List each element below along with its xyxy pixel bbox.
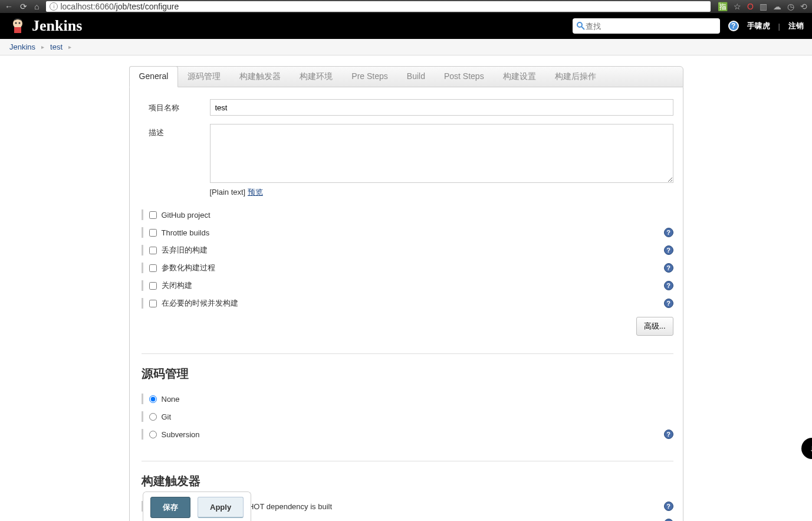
svg-point-2 [15, 22, 17, 24]
svg-rect-1 [14, 27, 21, 33]
help-icon[interactable]: ? [664, 245, 673, 255]
logout-link[interactable]: 注销 [788, 21, 804, 31]
help-icon[interactable]: ? [664, 263, 673, 273]
help-icon[interactable]: ? [664, 430, 673, 439]
option-checkbox[interactable] [149, 247, 157, 254]
jenkins-brand: Jenkins [32, 17, 82, 35]
option-label: 在必要的时候并发构建 [162, 298, 238, 309]
row-bar [142, 245, 143, 255]
bottom-bar: 保存 Apply [131, 493, 812, 521]
option-label: 丢弃旧的构建 [162, 245, 208, 255]
row-bar [142, 227, 143, 238]
project-name-input[interactable] [210, 99, 673, 116]
jenkins-logo[interactable]: Jenkins [8, 17, 82, 35]
apply-button[interactable]: Apply [198, 497, 244, 518]
tab-scm[interactable]: 源码管理 [178, 67, 230, 87]
option-checkbox[interactable] [149, 264, 157, 272]
scm-radio[interactable] [149, 413, 157, 421]
option-checkbox[interactable] [149, 300, 157, 307]
row-bar [142, 263, 143, 273]
row-bar [142, 411, 143, 422]
scroll-top-button[interactable]: ↓ [801, 438, 812, 459]
scm-option-row: Subversion ? [139, 425, 673, 443]
help-icon[interactable]: ? [664, 228, 673, 237]
config-tabs: General 源码管理 构建触发器 构建环境 Pre Steps Build … [129, 66, 683, 87]
home-icon[interactable]: ⌂ [34, 2, 39, 11]
svg-point-3 [19, 22, 21, 24]
row-bar [142, 298, 143, 309]
tab-settings[interactable]: 构建设置 [494, 67, 545, 87]
description-textarea[interactable] [210, 124, 673, 183]
cloud-icon[interactable]: ☁ [773, 2, 781, 11]
tab-build[interactable]: Build [397, 67, 435, 87]
tab-env[interactable]: 构建环境 [290, 67, 342, 87]
help-icon[interactable]: ? [728, 21, 739, 31]
jenkins-mascot-icon [8, 17, 27, 35]
config-panel: 项目名称 描述 [Plain text] 预览 GitHub project T… [129, 87, 683, 521]
sync-icon[interactable]: ⟲ [800, 2, 807, 11]
option-checkbox[interactable] [149, 211, 157, 219]
option-row: 在必要的时候并发构建 ? [139, 294, 673, 312]
scm-radio[interactable] [149, 431, 157, 438]
option-label: 关闭构建 [162, 280, 192, 291]
plaintext-label: [Plain text] [210, 188, 246, 196]
option-row: 丢弃旧的构建 ? [139, 241, 673, 259]
svg-line-5 [581, 27, 584, 30]
option-row: Throttle builds ? [139, 224, 673, 241]
chevron-right-icon: ▸ [41, 44, 44, 50]
breadcrumb: Jenkins ▸ test ▸ [0, 39, 812, 55]
option-row: 参数化构建过程 ? [139, 259, 673, 277]
option-label: 参数化构建过程 [162, 263, 215, 273]
svg-point-4 [577, 22, 582, 27]
jenkins-header: Jenkins ? 手啸虎 | 注销 [0, 13, 812, 39]
advanced-button[interactable]: 高级... [636, 317, 673, 336]
panel-icon[interactable]: ▥ [760, 2, 767, 11]
row-bar [142, 209, 143, 220]
info-icon[interactable]: i [50, 2, 58, 11]
search-input[interactable] [586, 22, 716, 31]
option-row: GitHub project [139, 206, 673, 224]
opera-icon[interactable]: O [747, 2, 754, 11]
scm-label: Git [162, 412, 172, 421]
scm-section-title: 源码管理 [142, 353, 673, 382]
help-icon[interactable]: ? [664, 281, 673, 290]
save-button[interactable]: 保存 [150, 497, 190, 518]
scm-option-row: Git [139, 408, 673, 425]
option-label: Throttle builds [162, 228, 210, 237]
project-name-label: 项目名称 [139, 99, 210, 116]
row-bar [142, 394, 143, 404]
help-icon[interactable]: ? [664, 299, 673, 308]
star-icon[interactable]: ☆ [734, 2, 741, 11]
chevron-right-icon: ▸ [68, 44, 71, 50]
breadcrumb-item[interactable]: test [50, 42, 63, 51]
scm-radio[interactable] [149, 395, 157, 403]
breadcrumb-root[interactable]: Jenkins [9, 42, 35, 51]
address-bar[interactable]: i localhost:6060/job/test/configure [46, 1, 711, 12]
search-box[interactable] [573, 18, 720, 34]
compass-icon[interactable]: ◷ [787, 2, 794, 11]
option-checkbox[interactable] [149, 282, 157, 290]
reload-icon[interactable]: ⟳ [20, 2, 27, 11]
user-link[interactable]: 手啸虎 [747, 21, 770, 31]
scm-label: Subversion [162, 430, 200, 439]
search-icon [576, 21, 586, 31]
tab-post-build[interactable]: 构建后操作 [545, 67, 606, 87]
option-row: 关闭构建 ? [139, 277, 673, 294]
option-label: GitHub project [162, 211, 211, 219]
tab-post-steps[interactable]: Post Steps [435, 67, 494, 87]
row-bar [142, 429, 143, 440]
preview-link[interactable]: 预览 [248, 188, 263, 196]
triggers-section-title: 构建触发器 [142, 461, 673, 489]
tab-general[interactable]: General [129, 66, 179, 87]
description-label: 描述 [139, 124, 210, 198]
tab-pre-steps[interactable]: Pre Steps [342, 67, 397, 87]
scm-label: None [162, 395, 180, 404]
browser-toolbar: ← ⟳ ⌂ i localhost:6060/job/test/configur… [0, 0, 812, 13]
row-bar [142, 280, 143, 291]
tab-triggers[interactable]: 构建触发器 [230, 67, 290, 87]
back-icon[interactable]: ← [5, 2, 13, 11]
translate-icon[interactable]: 🈯 [718, 2, 728, 11]
option-checkbox[interactable] [149, 229, 157, 237]
scm-option-row: None [139, 390, 673, 408]
